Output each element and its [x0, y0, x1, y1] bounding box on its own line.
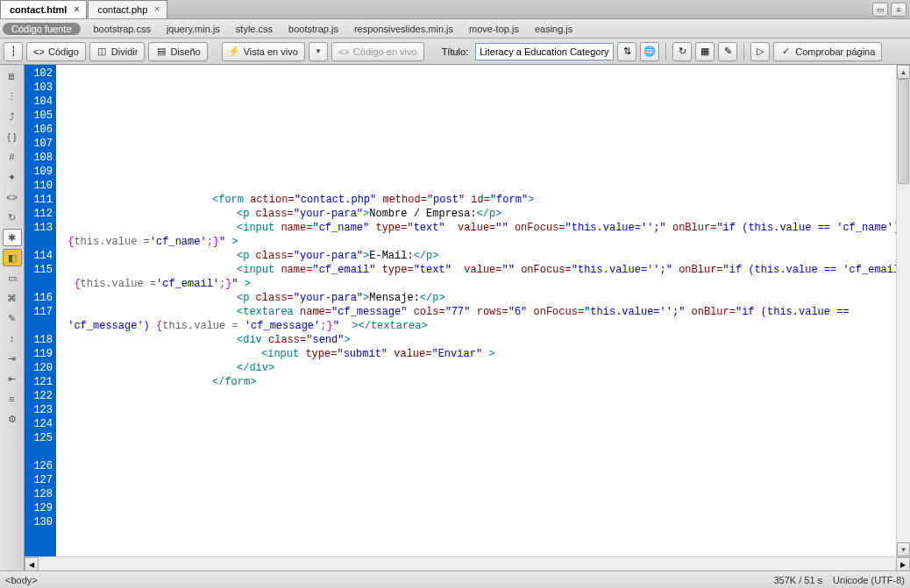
code-navigator-icon[interactable]: ✱: [3, 229, 22, 246]
file-management-icon[interactable]: ⇅: [617, 42, 636, 61]
file-tab-bar: contact.html × contact.php × ▭ ≡: [0, 0, 910, 19]
wrap-tag-icon[interactable]: ⌘: [3, 289, 22, 307]
related-file[interactable]: jquery.min.js: [159, 19, 228, 38]
divider: [665, 43, 666, 60]
settings-icon[interactable]: ⚙: [3, 410, 22, 428]
related-file[interactable]: responsiveslides.min.js: [346, 19, 461, 38]
document-toolbar: ┆ <> Código ◫ Dividir ▤ Diseño ⚡ Vista e…: [0, 39, 910, 65]
recent-snippets-icon[interactable]: ✎: [3, 309, 22, 327]
divider: [743, 43, 744, 60]
close-icon[interactable]: ×: [153, 5, 161, 14]
scroll-thumb[interactable]: [898, 79, 909, 184]
page-title-input[interactable]: [475, 43, 614, 60]
code-editor[interactable]: <form action="contact.php" method="post"…: [56, 65, 896, 556]
collapse-icon[interactable]: ⋮: [3, 88, 22, 105]
select-parent-icon[interactable]: ⤴: [3, 108, 22, 125]
format-icon[interactable]: ≡: [3, 390, 22, 407]
related-file[interactable]: move-top.js: [461, 19, 527, 38]
remove-comment-icon[interactable]: ▭: [3, 269, 22, 287]
open-documents-icon[interactable]: 🗎: [3, 67, 22, 85]
expand-icon[interactable]: ▭: [872, 3, 888, 17]
code-icon: <>: [338, 46, 350, 57]
view-options-icon[interactable]: ▦: [695, 42, 714, 61]
encoding-status[interactable]: Unicode (UTF-8): [833, 575, 905, 585]
tab-label: contact.php: [97, 4, 147, 15]
design-view-button[interactable]: ▤ Diseño: [148, 42, 207, 61]
menu-icon[interactable]: ≡: [891, 3, 906, 17]
tab-label: contact.html: [10, 4, 67, 15]
close-icon[interactable]: ×: [72, 5, 81, 14]
preview-browser-icon[interactable]: 🌐: [640, 42, 659, 61]
lightning-icon: ⚡: [229, 46, 240, 57]
play-icon[interactable]: ▷: [750, 42, 770, 61]
line-numbers-icon[interactable]: #: [3, 148, 22, 166]
outdent-icon[interactable]: ⇤: [3, 370, 22, 387]
horizontal-scrollbar[interactable]: ◀ ▶: [25, 556, 910, 570]
scroll-down-icon[interactable]: ▼: [897, 542, 910, 556]
related-files-bar: Código fuente bootstrap.css jquery.min.j…: [0, 19, 910, 39]
vertical-scrollbar[interactable]: ▲ ▼: [896, 65, 910, 556]
highlight-icon[interactable]: ✦: [3, 168, 22, 186]
check-page-button[interactable]: ✓ Comprobar página: [773, 42, 882, 61]
code-view-button[interactable]: <> Código: [26, 42, 86, 61]
visual-aids-icon[interactable]: ✎: [718, 42, 737, 61]
line-number-gutter: 102103104105106107108109110111112113 114…: [25, 65, 56, 556]
scroll-left-icon[interactable]: ◀: [25, 557, 39, 571]
file-tab-contact-html[interactable]: contact.html ×: [0, 0, 87, 18]
collapse-icon[interactable]: ┆: [4, 42, 23, 61]
related-file[interactable]: bootstrap.css: [86, 19, 159, 38]
live-view-dropdown[interactable]: ▼: [309, 42, 328, 61]
move-icon[interactable]: ↕: [3, 329, 22, 347]
indent-icon[interactable]: ⇥: [3, 350, 22, 367]
refresh-icon[interactable]: ↻: [672, 42, 692, 61]
refresh-icon[interactable]: ↻: [3, 209, 22, 226]
balance-braces-icon[interactable]: { }: [3, 128, 22, 145]
split-view-button[interactable]: ◫ Dividir: [89, 42, 146, 61]
scroll-right-icon[interactable]: ▶: [896, 557, 910, 571]
title-label: Título:: [442, 46, 469, 57]
check-icon: ✓: [780, 46, 792, 57]
design-icon: ▤: [155, 46, 167, 57]
status-bar: <body> 357K / 51 s Unicode (UTF-8): [0, 570, 910, 588]
scroll-up-icon[interactable]: ▲: [897, 65, 910, 79]
code-toolbar: 🗎 ⋮ ⤴ { } # ✦ <> ↻ ✱ ◧ ▭ ⌘ ✎ ↕ ⇥ ⇤ ≡ ⚙: [0, 65, 25, 570]
tag-selector[interactable]: <body>: [5, 575, 38, 585]
split-icon: ◫: [96, 46, 108, 57]
source-pill[interactable]: Código fuente: [3, 23, 81, 35]
file-tab-contact-php[interactable]: contact.php ×: [88, 0, 167, 18]
code-icon: <>: [33, 46, 45, 57]
related-file[interactable]: style.css: [228, 19, 281, 38]
related-file[interactable]: easing.js: [527, 19, 580, 38]
reference-icon[interactable]: <>: [3, 188, 22, 206]
live-code-button[interactable]: <> Código en vivo: [331, 42, 424, 61]
apply-comment-icon[interactable]: ◧: [3, 249, 22, 266]
related-file[interactable]: bootstrap.js: [281, 19, 346, 38]
live-view-button[interactable]: ⚡ Vista en vivo: [222, 42, 305, 61]
file-size-status: 357K / 51 s: [773, 575, 822, 585]
